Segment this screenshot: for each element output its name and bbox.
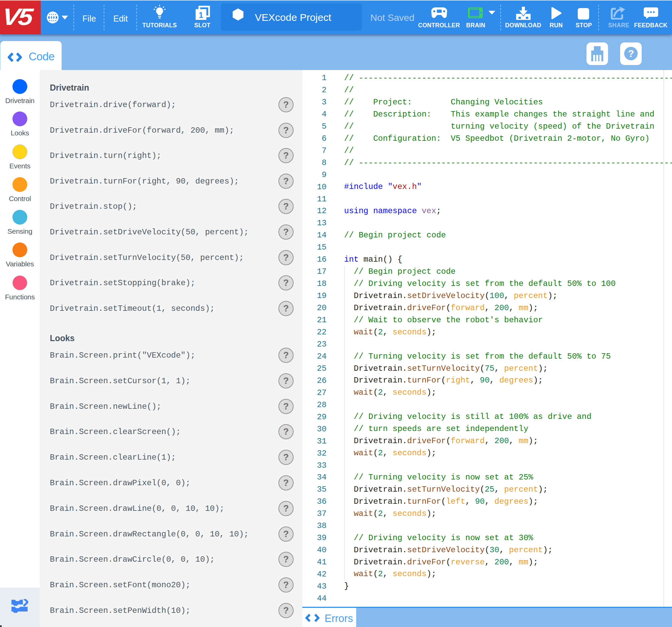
svg-text:?: ? (628, 48, 634, 59)
svg-text:1: 1 (199, 10, 203, 20)
